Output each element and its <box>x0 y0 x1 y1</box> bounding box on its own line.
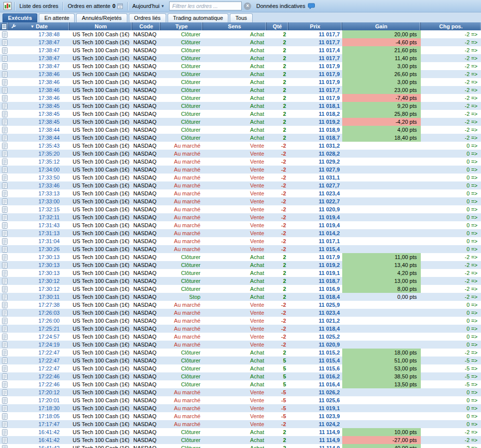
table-row[interactable]: 17:38:45US Tech 100 Cash (1€)NASDAQClôtu… <box>0 102 481 110</box>
order-document-icon[interactable] <box>0 357 9 364</box>
wrench-icon[interactable] <box>10 23 16 29</box>
order-document-icon[interactable] <box>0 293 9 301</box>
table-row[interactable]: 17:22:46US Tech 100 Cash (1€)NASDAQClôtu… <box>0 380 481 388</box>
order-document-icon[interactable] <box>0 364 9 372</box>
order-document-icon[interactable] <box>0 78 9 86</box>
order-document-icon[interactable] <box>0 269 9 277</box>
order-document-icon[interactable] <box>0 388 9 396</box>
table-row[interactable]: 17:35:12US Tech 100 Cash (1€)NASDAQAu ma… <box>0 158 481 166</box>
table-row[interactable]: 17:30:26US Tech 100 Cash (1€)NASDAQAu ma… <box>0 245 481 253</box>
table-row[interactable]: 17:38:45US Tech 100 Cash (1€)NASDAQClôtu… <box>0 110 481 118</box>
table-row[interactable]: 17:17:47US Tech 100 Cash (1€)NASDAQAu ma… <box>0 420 481 428</box>
table-row[interactable]: 17:38:48US Tech 100 Cash (1€)NASDAQClôtu… <box>0 30 481 38</box>
order-document-icon[interactable] <box>0 62 9 70</box>
tab-annules-rejetes[interactable]: Annulés/Rejetés <box>76 13 127 22</box>
header-gain[interactable]: Gain <box>342 22 421 30</box>
table-row[interactable]: 17:18:05US Tech 100 Cash (1€)NASDAQAu ma… <box>0 412 481 420</box>
table-row[interactable]: 17:38:45US Tech 100 Cash (1€)NASDAQClôtu… <box>0 118 481 126</box>
order-document-icon[interactable] <box>0 205 9 213</box>
order-document-icon[interactable] <box>0 46 9 54</box>
table-row[interactable]: 17:38:47US Tech 100 Cash (1€)NASDAQClôtu… <box>0 54 481 62</box>
filter-input[interactable] <box>169 1 242 10</box>
table-row[interactable]: 17:31:13US Tech 100 Cash (1€)NASDAQAu ma… <box>0 229 481 237</box>
table-row[interactable]: 17:24:57US Tech 100 Cash (1€)NASDAQAu ma… <box>0 333 481 341</box>
order-document-icon[interactable] <box>0 166 9 174</box>
table-row[interactable]: 17:38:44US Tech 100 Cash (1€)NASDAQClôtu… <box>0 134 481 142</box>
order-document-icon[interactable] <box>0 94 9 102</box>
header-chg-pos[interactable]: Chg pos. <box>421 22 481 30</box>
order-document-icon[interactable] <box>0 412 9 420</box>
table-row[interactable]: 17:18:30US Tech 100 Cash (1€)NASDAQAu ma… <box>0 404 481 412</box>
table-row[interactable]: 17:22:47US Tech 100 Cash (1€)NASDAQClôtu… <box>0 364 481 372</box>
order-document-icon[interactable] <box>0 150 9 158</box>
table-row[interactable]: 17:20:01US Tech 100 Cash (1€)NASDAQAu ma… <box>0 396 481 404</box>
order-document-icon[interactable] <box>0 142 9 150</box>
order-document-icon[interactable] <box>0 420 9 428</box>
table-row[interactable]: 17:30:11US Tech 100 Cash (1€)NASDAQStopA… <box>0 293 481 301</box>
tab-en-attente[interactable]: En attente <box>39 13 75 22</box>
table-row[interactable]: 17:30:13US Tech 100 Cash (1€)NASDAQClôtu… <box>0 269 481 277</box>
order-document-icon[interactable] <box>0 174 9 181</box>
table-row[interactable]: 16:41:42US Tech 100 Cash (1€)NASDAQClôtu… <box>0 444 481 448</box>
order-document-icon[interactable] <box>0 110 9 118</box>
order-document-icon[interactable] <box>0 436 9 444</box>
table-row[interactable]: 17:38:46US Tech 100 Cash (1€)NASDAQClôtu… <box>0 94 481 102</box>
table-row[interactable]: 17:32:11US Tech 100 Cash (1€)NASDAQAu ma… <box>0 213 481 221</box>
order-document-icon[interactable] <box>0 333 9 341</box>
order-document-icon[interactable] <box>0 213 9 221</box>
table-row[interactable]: 17:38:46US Tech 100 Cash (1€)NASDAQClôtu… <box>0 70 481 78</box>
clear-filter-icon[interactable]: × <box>244 2 251 10</box>
table-row[interactable]: 17:38:47US Tech 100 Cash (1€)NASDAQClôtu… <box>0 38 481 46</box>
table-row[interactable]: 17:20:12US Tech 100 Cash (1€)NASDAQAu ma… <box>0 388 481 396</box>
order-document-icon[interactable] <box>0 102 9 110</box>
table-row[interactable]: 17:31:43US Tech 100 Cash (1€)NASDAQAu ma… <box>0 221 481 229</box>
table-row[interactable]: 17:38:46US Tech 100 Cash (1€)NASDAQClôtu… <box>0 86 481 94</box>
order-document-icon[interactable] <box>0 54 9 62</box>
table-row[interactable]: 17:38:44US Tech 100 Cash (1€)NASDAQClôtu… <box>0 126 481 134</box>
ordres-en-attente-button[interactable]: Ordres en attente 0 <box>65 1 126 10</box>
header-code[interactable]: Code <box>132 22 161 30</box>
order-document-icon[interactable] <box>0 349 9 357</box>
table-row[interactable]: 17:33:46US Tech 100 Cash (1€)NASDAQAu ma… <box>0 181 481 189</box>
table-row[interactable]: 17:30:12US Tech 100 Cash (1€)NASDAQClôtu… <box>0 285 481 293</box>
table-row[interactable]: 17:32:15US Tech 100 Cash (1€)NASDAQAu ma… <box>0 205 481 213</box>
order-document-icon[interactable] <box>0 277 9 285</box>
table-row[interactable]: 17:26:03US Tech 100 Cash (1€)NASDAQAu ma… <box>0 309 481 317</box>
table-row[interactable]: 16:41:42US Tech 100 Cash (1€)NASDAQClôtu… <box>0 428 481 436</box>
table-row[interactable]: 17:25:21US Tech 100 Cash (1€)NASDAQAu ma… <box>0 325 481 333</box>
header-nom[interactable]: Nom <box>70 22 132 30</box>
table-row[interactable]: 17:24:19US Tech 100 Cash (1€)NASDAQAu ma… <box>0 341 481 349</box>
order-document-icon[interactable] <box>0 189 9 197</box>
table-row[interactable]: 17:33:13US Tech 100 Cash (1€)NASDAQAu ma… <box>0 189 481 197</box>
table-row[interactable]: 17:35:20US Tech 100 Cash (1€)NASDAQAu ma… <box>0 150 481 158</box>
detach-window-icon[interactable] <box>117 3 123 9</box>
header-date[interactable]: ▼ Date <box>9 22 70 30</box>
speech-bubble-icon[interactable] <box>308 3 315 9</box>
table-row[interactable]: 17:22:47US Tech 100 Cash (1€)NASDAQClôtu… <box>0 357 481 364</box>
order-document-icon[interactable] <box>0 309 9 317</box>
order-document-icon[interactable] <box>0 181 9 189</box>
table-row[interactable]: 17:35:43US Tech 100 Cash (1€)NASDAQAu ma… <box>0 142 481 150</box>
table-row[interactable]: 17:33:50US Tech 100 Cash (1€)NASDAQAu ma… <box>0 174 481 181</box>
table-row[interactable]: 17:30:13US Tech 100 Cash (1€)NASDAQClôtu… <box>0 253 481 261</box>
order-document-icon[interactable] <box>0 38 9 46</box>
order-document-icon[interactable] <box>0 317 9 325</box>
table-row[interactable]: 17:27:38US Tech 100 Cash (1€)NASDAQAu ma… <box>0 301 481 309</box>
order-document-icon[interactable] <box>0 261 9 269</box>
order-document-icon[interactable] <box>0 197 9 205</box>
header-document-icon[interactable] <box>0 22 9 30</box>
order-document-icon[interactable] <box>0 229 9 237</box>
period-dropdown[interactable]: Aujourd'hui ▾ <box>129 1 167 10</box>
candlestick-chart-icon[interactable] <box>3 2 11 10</box>
table-row[interactable]: 17:34:00US Tech 100 Cash (1€)NASDAQAu ma… <box>0 166 481 174</box>
order-document-icon[interactable] <box>0 341 9 349</box>
order-document-icon[interactable] <box>0 86 9 94</box>
table-row[interactable]: 17:30:12US Tech 100 Cash (1€)NASDAQClôtu… <box>0 277 481 285</box>
table-row[interactable]: 17:33:00US Tech 100 Cash (1€)NASDAQAu ma… <box>0 197 481 205</box>
table-row[interactable]: 17:38:47US Tech 100 Cash (1€)NASDAQClôtu… <box>0 46 481 54</box>
order-document-icon[interactable] <box>0 372 9 380</box>
tab-ordres-lies[interactable]: Ordres liés <box>129 13 166 22</box>
order-document-icon[interactable] <box>0 285 9 293</box>
order-document-icon[interactable] <box>0 404 9 412</box>
table-row[interactable]: 17:30:13US Tech 100 Cash (1€)NASDAQClôtu… <box>0 261 481 269</box>
